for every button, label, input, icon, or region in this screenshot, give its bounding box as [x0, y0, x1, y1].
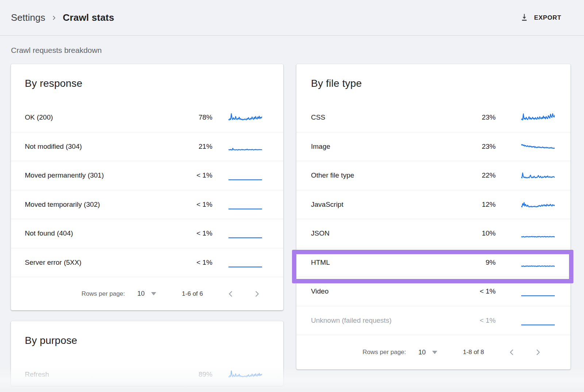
- export-button[interactable]: EXPORT: [520, 0, 561, 36]
- row-label: Moved permanently (301): [25, 171, 104, 179]
- table-row[interactable]: JavaScript 12%: [296, 190, 570, 219]
- breadcrumb: Settings Crawl stats: [11, 12, 114, 23]
- by-response-card: By response OK (200) 78% Not modified (3…: [11, 64, 283, 310]
- previous-page-button[interactable]: [507, 347, 517, 357]
- row-label: Moved temporarily (302): [25, 201, 100, 209]
- table-row[interactable]: Refresh 89%: [11, 360, 283, 386]
- table-row[interactable]: Not modified (304) 21%: [11, 132, 283, 161]
- sparkline-chart: [521, 169, 555, 182]
- sparkline-chart: [521, 198, 555, 211]
- row-value: < 1%: [196, 259, 212, 267]
- row-label: Image: [311, 143, 330, 151]
- sparkline-chart: [521, 314, 555, 327]
- row-value: < 1%: [480, 317, 496, 325]
- next-page-button[interactable]: [533, 347, 543, 357]
- row-label: Other file type: [311, 171, 354, 179]
- page-header: Settings Crawl stats EXPORT: [0, 0, 584, 36]
- by-response-rows: OK (200) 78% Not modified (304) 21% Move…: [11, 103, 283, 277]
- table-row[interactable]: Moved permanently (301) < 1%: [11, 161, 283, 190]
- pagination-range: 1-8 of 8: [463, 349, 484, 356]
- dropdown-arrow-icon: [151, 292, 156, 295]
- sparkline-chart: [521, 285, 555, 298]
- by-purpose-rows: Refresh 89%: [11, 360, 283, 386]
- row-label: Video: [311, 287, 328, 295]
- sparkline-chart: [521, 227, 555, 240]
- row-value: 9%: [486, 259, 496, 267]
- breadcrumb-settings-link[interactable]: Settings: [11, 12, 45, 23]
- table-row[interactable]: CSS 23%: [296, 103, 570, 132]
- row-value: < 1%: [196, 171, 212, 179]
- row-value: 10%: [482, 229, 496, 237]
- dropdown-arrow-icon: [432, 351, 437, 354]
- row-value: < 1%: [196, 201, 212, 209]
- row-value: 78%: [199, 113, 212, 121]
- sparkline-chart: [228, 256, 262, 269]
- row-value: < 1%: [196, 229, 212, 237]
- row-value: 12%: [482, 201, 496, 209]
- sparkline-chart: [228, 368, 262, 381]
- next-page-button[interactable]: [252, 289, 262, 299]
- sparkline-chart: [228, 169, 262, 182]
- by-purpose-title: By purpose: [11, 321, 283, 360]
- row-value: < 1%: [480, 287, 496, 295]
- row-value: 89%: [199, 370, 212, 379]
- table-row[interactable]: JSON 10%: [296, 219, 570, 248]
- row-value: 22%: [482, 171, 496, 179]
- rows-per-page-label: Rows per page:: [81, 290, 125, 298]
- table-row[interactable]: Other file type 22%: [296, 161, 570, 190]
- table-row[interactable]: Unknown (failed requests) < 1%: [296, 306, 570, 335]
- table-row[interactable]: Not found (404) < 1%: [11, 219, 283, 248]
- row-label: CSS: [311, 113, 325, 121]
- sparkline-chart: [521, 111, 555, 124]
- sparkline-chart: [228, 111, 262, 124]
- rows-per-page-select[interactable]: 10: [418, 349, 437, 356]
- row-label: OK (200): [25, 113, 53, 121]
- row-label: HTML: [311, 259, 330, 267]
- row-label: Server error (5XX): [25, 259, 81, 267]
- crawl-stats-page: Settings Crawl stats EXPORT Crawl reques…: [0, 0, 584, 392]
- row-value: 23%: [482, 113, 496, 121]
- section-title: Crawl requests breakdown: [11, 46, 102, 55]
- by-response-pagination: Rows per page: 10 1-6 of 6: [11, 277, 283, 310]
- sparkline-chart: [228, 140, 262, 153]
- by-purpose-card: By purpose Refresh 89%: [11, 321, 283, 386]
- table-row[interactable]: Image 23%: [296, 132, 570, 161]
- by-file-type-pagination: Rows per page: 10 1-8 of 8: [296, 335, 570, 369]
- by-file-type-card: By file type CSS 23% Image 23% Other fil…: [296, 64, 570, 369]
- row-label: JavaScript: [311, 201, 343, 209]
- table-row[interactable]: Moved temporarily (302) < 1%: [11, 190, 283, 219]
- table-row-html-highlighted[interactable]: HTML 9%: [296, 248, 570, 277]
- by-file-type-rows: CSS 23% Image 23% Other file type 22% Ja…: [296, 103, 570, 335]
- export-label: EXPORT: [534, 14, 561, 22]
- row-label: Refresh: [25, 370, 49, 379]
- table-row[interactable]: OK (200) 78%: [11, 103, 283, 132]
- table-row[interactable]: Server error (5XX) < 1%: [11, 248, 283, 277]
- by-file-type-title: By file type: [296, 64, 570, 103]
- sparkline-chart: [521, 256, 555, 269]
- previous-page-button[interactable]: [226, 289, 236, 299]
- sparkline-chart: [228, 227, 262, 240]
- rows-per-page-label: Rows per page:: [362, 349, 406, 356]
- row-label: JSON: [311, 229, 330, 237]
- row-value: 21%: [199, 143, 212, 151]
- row-label: Not modified (304): [25, 143, 82, 151]
- sparkline-chart: [228, 198, 262, 211]
- page-title: Crawl stats: [63, 12, 114, 23]
- row-label: Not found (404): [25, 229, 73, 237]
- row-label: Unknown (failed requests): [311, 317, 392, 325]
- rows-per-page-select[interactable]: 10: [137, 290, 156, 298]
- row-value: 23%: [482, 143, 496, 151]
- sparkline-chart: [521, 140, 555, 153]
- by-response-title: By response: [11, 64, 283, 103]
- table-row[interactable]: Video < 1%: [296, 277, 570, 306]
- pagination-range: 1-6 of 6: [182, 290, 203, 298]
- chevron-right-icon: [51, 15, 57, 21]
- download-icon: [520, 13, 529, 23]
